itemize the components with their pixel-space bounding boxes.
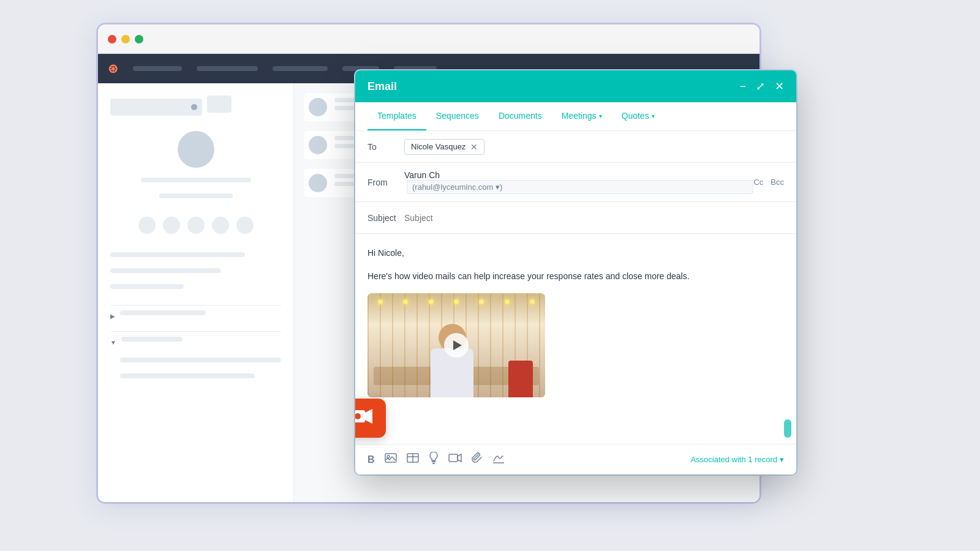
bcc-button[interactable]: Bcc — [771, 178, 784, 187]
from-email-dropdown[interactable]: (rahul@lyceuminc.com ▾) — [407, 180, 753, 194]
tab-templates[interactable]: Templates — [368, 102, 426, 130]
table-icon[interactable] — [407, 453, 419, 466]
contact-avatar — [178, 131, 214, 168]
image-icon[interactable] — [385, 453, 397, 466]
subject-input[interactable] — [404, 213, 784, 223]
email-modal-title: Email — [368, 80, 397, 93]
from-name: Varun Ch — [404, 170, 440, 180]
email-body: Hi Nicole, Here's how video mails can he… — [355, 234, 796, 412]
action-icon — [138, 217, 156, 234]
crm-sidebar: ▶ ▼ — [98, 83, 294, 502]
section-title-2 — [121, 337, 183, 342]
camera-icon — [355, 408, 372, 429]
tab-sequences[interactable]: Sequences — [426, 102, 489, 130]
body-text: Here's how video mails can help increase… — [368, 269, 784, 283]
svg-rect-8 — [432, 461, 435, 462]
section-title — [120, 310, 206, 315]
filter-input — [110, 99, 202, 116]
light-bulb — [403, 299, 408, 304]
to-field-row: To Nicole Vasquez ✕ — [355, 131, 796, 163]
svg-marker-11 — [458, 454, 461, 462]
nav-item-2 — [197, 66, 258, 71]
traffic-lights — [108, 35, 143, 43]
from-label: From — [368, 178, 404, 187]
filter-dot — [191, 104, 197, 110]
chip-remove-button[interactable]: ✕ — [470, 142, 478, 152]
section-header: ▶ — [110, 305, 281, 326]
maximize-traffic-light[interactable] — [135, 35, 143, 43]
tab-documents[interactable]: Documents — [489, 102, 552, 130]
crm-logo: ⊛ — [108, 61, 118, 76]
insight-icon[interactable] — [429, 452, 439, 467]
minimize-button[interactable]: − — [739, 81, 746, 92]
browser-titlebar — [98, 24, 760, 54]
cc-bcc-controls: Cc Bcc — [753, 178, 784, 187]
light-bulb — [429, 299, 434, 304]
close-button[interactable]: ✕ — [775, 81, 784, 92]
light-bulb — [454, 299, 459, 304]
contact-avatar-sm — [309, 136, 327, 154]
action-icon — [163, 217, 180, 234]
restaurant-lights — [368, 299, 545, 304]
section-header-2: ▼ — [110, 331, 281, 353]
close-traffic-light[interactable] — [108, 35, 116, 43]
to-field-value: Nicole Vasquez ✕ — [404, 139, 784, 155]
email-header-actions: − ⤢ ✕ — [739, 81, 784, 92]
play-button[interactable] — [444, 333, 469, 358]
associated-record-text: Associated with 1 record — [690, 455, 777, 464]
contact-avatar-sm — [309, 174, 327, 192]
skeleton-line — [110, 252, 245, 257]
light-bulb — [378, 299, 383, 304]
attachment-icon[interactable] — [472, 452, 483, 467]
signature-icon[interactable] — [492, 452, 505, 467]
recipient-name: Nicole Vasquez — [411, 142, 466, 151]
video-button-container — [355, 399, 386, 438]
greeting-text: Hi Nicole, — [368, 246, 784, 260]
from-email-text: (rahul@lyceuminc.com ▾) — [412, 182, 502, 192]
svg-marker-1 — [365, 409, 372, 424]
svg-rect-10 — [449, 454, 458, 462]
cc-button[interactable]: Cc — [753, 178, 763, 187]
skeleton-line — [141, 178, 251, 182]
red-chair — [508, 361, 533, 397]
from-field-value: Varun Ch (rahul@lyceuminc.com ▾) — [404, 170, 753, 194]
to-label: To — [368, 142, 404, 152]
action-icon — [187, 217, 205, 234]
video-icon[interactable] — [448, 453, 462, 466]
email-toolbar: B — [355, 444, 796, 474]
skeleton-line — [120, 373, 255, 378]
skeleton-line — [110, 268, 221, 273]
nav-item-3 — [273, 66, 328, 71]
recipient-chip: Nicole Vasquez ✕ — [404, 139, 484, 155]
associated-dropdown-arrow: ▾ — [780, 455, 784, 464]
action-icon — [236, 217, 254, 234]
associated-record[interactable]: Associated with 1 record ▾ — [690, 455, 784, 464]
section-arrow-2: ▼ — [110, 339, 116, 346]
skeleton-line — [120, 358, 281, 362]
svg-rect-9 — [432, 463, 435, 464]
meetings-dropdown-arrow: ▾ — [599, 113, 602, 119]
video-thumbnail — [368, 293, 545, 397]
minimize-traffic-light[interactable] — [121, 35, 130, 43]
email-tabs: Templates Sequences Documents Meetings ▾… — [355, 102, 796, 131]
scroll-indicator — [784, 419, 791, 438]
video-thumbnail-container[interactable] — [368, 293, 545, 397]
tab-quotes[interactable]: Quotes ▾ — [612, 102, 665, 130]
email-modal-header: Email − ⤢ ✕ — [355, 70, 796, 102]
tab-meetings[interactable]: Meetings ▾ — [552, 102, 612, 130]
filter-extra — [207, 96, 232, 113]
skeleton-line — [110, 284, 184, 289]
email-modal: Email − ⤢ ✕ Templates Sequences Document… — [355, 70, 796, 474]
action-icon — [212, 217, 229, 234]
subject-label: Subject — [368, 213, 404, 223]
bold-icon[interactable]: B — [368, 454, 375, 465]
video-cam-button[interactable] — [355, 399, 386, 438]
contact-avatar-sm — [309, 98, 327, 116]
light-bulb — [505, 299, 510, 304]
filter-bar — [110, 96, 281, 119]
maximize-button[interactable]: ⤢ — [756, 81, 765, 92]
light-bulb — [530, 299, 535, 304]
from-field-row: From Varun Ch (rahul@lyceuminc.com ▾) Cc… — [355, 163, 796, 202]
play-icon — [453, 340, 462, 350]
quotes-dropdown-arrow: ▾ — [652, 113, 655, 119]
